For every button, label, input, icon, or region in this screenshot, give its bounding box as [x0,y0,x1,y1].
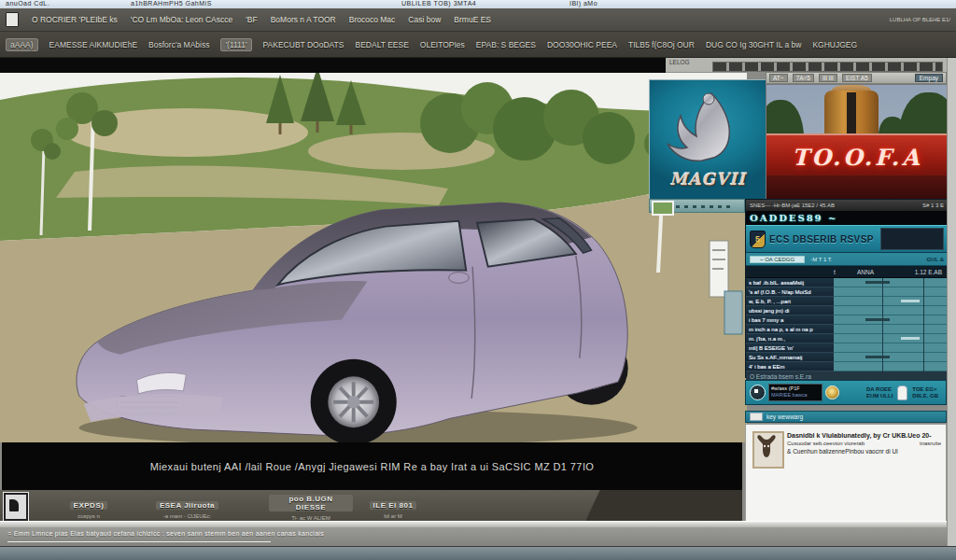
menu-item[interactable]: O ROCRIER 'PLEIbE ks [32,15,118,24]
row-label[interactable]: mli] B ESEIGE 'm' [746,343,834,353]
row-values[interactable] [834,325,948,334]
table-row[interactable]: i bas 7 mmy a [746,315,948,325]
toolbar-button[interactable]: EAMESSE AIKMUDIEhE [49,40,137,49]
preview-tool-button[interactable]: AT~ [769,74,788,82]
row-values[interactable] [834,306,948,315]
table-row[interactable]: 4' i bas a EEm [746,362,948,371]
lcd-readout: #w/ass (P1F MARIEE bawca [768,384,822,401]
panel-tool-text[interactable]: GUL & [926,257,944,262]
toolbar-button[interactable]: DUG CO Ig 30GHT IL a bw [706,40,802,49]
bottom-tool-group[interactable]: ILE El 801bil ar M [366,495,420,519]
row-label[interactable]: m. j'ba, n.a m., [746,334,834,343]
row-label[interactable]: 4' i bas a EEm [746,362,834,371]
menu-item[interactable]: Casi bow [408,15,441,24]
row-values[interactable] [834,287,948,297]
panel-tool-text[interactable]: -M T 1 T. [810,257,832,262]
selected-frame-thumb[interactable] [652,201,674,216]
titlebar-text: a1hBRAHmPH5 GahMiS [131,0,212,7]
toolbar-button[interactable]: EPAB: S BEGES [476,40,536,49]
row-values[interactable] [834,362,948,371]
thumbnail-cells[interactable] [712,62,943,72]
table-row[interactable]: m. j'ba, n.a m., [746,334,948,343]
toolbar-button[interactable]: DOO30OHIC PEEA [547,40,617,49]
key-memory-bar[interactable]: key wewwarg [745,411,947,423]
row-values[interactable] [834,297,948,306]
toolbar-button[interactable]: aAAA) [6,38,38,51]
row-values[interactable] [834,315,948,325]
panel-tool-button[interactable]: ~ OA CEDGG [750,256,805,263]
table-row[interactable]: s baf .ib.bIL. assaMsiij [746,278,948,287]
bottom-tool-group[interactable]: EXPDS)cuspys n [56,495,121,519]
status-underline [7,541,271,542]
row-label[interactable]: 's af (f.O.B. - N/ap MoiSd [746,287,834,297]
preview-tool-button[interactable]: EIST A5 [842,74,872,82]
table-row[interactable]: Su Ss s.AF.,mrnamaij [746,353,948,362]
neon-sign-band: TO.O.F.A [766,133,948,178]
column-header[interactable]: 1.12 E.AB [915,269,948,275]
row-values[interactable] [834,278,948,287]
note-line-1: Dasnidbl k Viulablunatedly, by Cr UKB.Ue… [787,431,941,440]
display-toggle-button[interactable]: Empay [915,74,943,82]
toolbar-button[interactable]: PAKECUBT DOoDATS [263,40,344,49]
thumbnail-strip[interactable]: LELOG [666,58,947,73]
viewport-3d[interactable] [0,58,747,442]
tool-mode-icon[interactable] [4,493,28,521]
preview-tool-button[interactable]: 7A=5 [793,74,814,82]
row-label[interactable]: i bas 7 mmy a [746,315,834,325]
preview-tool-button[interactable]: IIl lII [819,74,837,82]
key-chip-icon [750,413,763,421]
titlebar-text: IBl) aMo [569,0,598,7]
row-label[interactable]: w, E.b, P. , ...part [746,297,834,306]
properties-title-buttons[interactable]: S# 1 3 E [922,203,944,208]
menu-item[interactable]: BrmuE ES [454,15,491,24]
menu-item[interactable]: 'CO Lm MbOa: Leon CAscce [131,15,232,24]
status-text: = Emm Lmnce pias Eias batyaud cefana ich… [7,530,324,537]
toolbar-button[interactable]: Bosforc'a MAbiss [148,40,209,49]
row-label[interactable]: ubssi jang jm) di [746,306,834,315]
toolbar-button[interactable]: '(1111' [220,38,251,51]
app-window: anuOad CdL. a1hBRAHmPH5 GahMiS UBLILEB T… [0,0,956,560]
neon-sign-text: TO.O.F.A [792,144,921,171]
bottom-tool-group[interactable]: ESEA Jiiruota-a mam - ClJEUEc: [134,495,241,519]
app-icon[interactable] [6,12,19,27]
row-values[interactable] [834,334,948,343]
value-display-box [880,228,944,250]
stat-block: DA ROEEEUM ULLI [866,386,893,399]
table-row[interactable]: m inch a na p, s al m na p [746,325,948,334]
menu-bar: O ROCRIER 'PLEIbE ks 'CO Lm MbOa: Leon C… [0,8,956,32]
table-row[interactable]: w, E.b, P. , ...part [746,297,948,306]
bottom-toolbar: EXPDS)cuspys n ESEA Jiiruota-a mam - ClJ… [0,490,742,521]
row-label[interactable]: s baf .ib.bIL. assaMsiij [746,278,834,287]
bottom-tool-group[interactable]: poo B.UGN DIESSETi- ac W ALIEM [269,495,353,521]
row-label[interactable]: m inch a na p, s al m na p [746,325,834,334]
row-label[interactable]: Su Ss s.AF.,mrnamaij [746,353,834,362]
table-row[interactable]: ubssi jang jm) di [746,306,948,315]
row-values[interactable] [834,353,948,362]
menu-item[interactable]: BoMors n A TOOR [271,15,336,24]
table-row[interactable]: 's af (f.O.B. - N/ap MoiSd [746,287,948,297]
frame-timeline[interactable] [649,199,745,213]
row-values[interactable] [834,343,948,353]
timeline-ticks [676,205,731,208]
properties-panel: SNES--- -Hr-BM-jaE 15E2 / 45.AB S# 1 3 E… [745,199,949,378]
panel-banner: OADDES89 ~ [746,211,948,225]
chrome-eagle-icon [650,88,764,168]
toolbar-button[interactable]: BEDALT EESE [355,40,408,49]
menu-item[interactable]: Brococo Mac [349,15,396,24]
toolbar-button[interactable]: OLEITOPIes [420,40,465,49]
table-row[interactable]: mli] B ESEIGE 'm' [746,343,948,353]
brand-logo-preview[interactable]: MAGVII [649,79,766,201]
note-line-2-right: tnasruite [920,440,941,447]
column-header[interactable]: t [746,269,839,275]
shield-badge-icon: 5 [750,231,766,248]
column-header[interactable]: ANNA [839,269,892,275]
toolbar-button[interactable]: KGHUJGEG [812,40,857,49]
record-indicator-icon[interactable] [750,385,766,400]
menu-item[interactable]: 'BF [246,15,257,24]
panel-title: ECS DBSERIB RSVSP [769,234,874,245]
properties-titlebar[interactable]: SNES--- -Hr-BM-jaE 15E2 / 45.AB S# 1 3 E [746,200,948,211]
neon-sign-preview[interactable]: TO.O.F.A [766,84,949,201]
panel-banner-text: OADDES89 ~ [750,213,837,223]
toolbar-button[interactable]: TILB5 f(C8Oj OUR [628,40,695,49]
window-bottom-edge [0,546,956,560]
